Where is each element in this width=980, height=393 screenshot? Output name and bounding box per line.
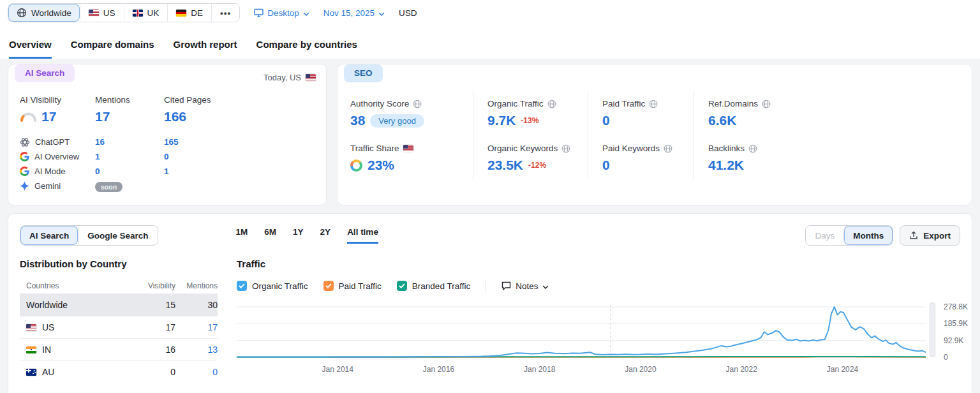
chart-scroll-handle[interactable] bbox=[930, 302, 935, 357]
date-selector[interactable]: Nov 15, 2025 bbox=[323, 8, 385, 18]
range-1m[interactable]: 1M bbox=[236, 227, 248, 244]
traffic-lines bbox=[237, 302, 926, 361]
source-ai-search[interactable]: AI Search bbox=[20, 226, 78, 245]
main-tabs: Overview Compare domains Growth report C… bbox=[0, 26, 980, 59]
x-tick-label: Jan 2016 bbox=[413, 365, 464, 374]
region-de[interactable]: DE bbox=[167, 4, 211, 22]
device-label: Desktop bbox=[267, 8, 299, 18]
tab-overview[interactable]: Overview bbox=[9, 39, 52, 59]
tab-compare-by-countries[interactable]: Compare by countries bbox=[256, 39, 357, 59]
x-tick-label: Jan 2020 bbox=[615, 365, 666, 374]
x-axis-labels: Jan 2014Jan 2016Jan 2018Jan 2020Jan 2022… bbox=[237, 365, 960, 378]
granularity-days[interactable]: Days bbox=[806, 226, 843, 245]
export-label: Export bbox=[923, 231, 951, 241]
mentions-link[interactable]: 0 bbox=[175, 367, 218, 377]
ai-visibility-value: 17 bbox=[41, 109, 56, 124]
today-label: Today, US bbox=[264, 73, 301, 82]
export-button[interactable]: Export bbox=[900, 225, 960, 246]
legend-organic-traffic[interactable]: Organic Traffic bbox=[237, 281, 308, 291]
col-countries[interactable]: Countries bbox=[20, 281, 133, 290]
gemini-icon bbox=[20, 181, 29, 191]
traffic-panel: AI Search Google Search 1M 6M 1Y 2Y All … bbox=[8, 213, 972, 393]
traffic-title: Traffic bbox=[237, 258, 960, 269]
table-row-worldwide[interactable]: Worldwide 15 30 bbox=[20, 293, 218, 316]
info-globe-icon[interactable] bbox=[547, 100, 556, 108]
checkbox-checked-icon bbox=[237, 281, 247, 291]
ai-mode-cited[interactable]: 1 bbox=[164, 167, 326, 176]
tab-growth-report[interactable]: Growth report bbox=[174, 39, 237, 59]
region-us[interactable]: US bbox=[80, 4, 124, 22]
backlinks-value[interactable]: 41.2K bbox=[708, 158, 744, 173]
tab-compare-domains[interactable]: Compare domains bbox=[71, 39, 154, 59]
region-us-label: US bbox=[103, 8, 115, 18]
row-label: AI Mode bbox=[34, 167, 65, 176]
currency-label: USD bbox=[399, 8, 417, 18]
info-globe-icon[interactable] bbox=[762, 100, 771, 108]
info-globe-icon[interactable] bbox=[649, 100, 658, 108]
openai-icon bbox=[20, 137, 30, 147]
info-globe-icon[interactable] bbox=[748, 144, 757, 153]
x-tick-label: Jan 2018 bbox=[514, 365, 565, 374]
chatgpt-cited[interactable]: 165 bbox=[164, 137, 326, 147]
visibility-value: 17 bbox=[133, 322, 175, 332]
mentions-link[interactable]: 13 bbox=[175, 345, 218, 355]
table-row-au[interactable]: AU 0 0 bbox=[20, 360, 218, 383]
legend-paid-traffic[interactable]: Paid Traffic bbox=[323, 281, 382, 291]
range-all-time[interactable]: All time bbox=[347, 227, 378, 244]
distribution-title: Distribution by Country bbox=[20, 258, 218, 269]
source-google-search[interactable]: Google Search bbox=[78, 226, 157, 245]
ref-domains-value[interactable]: 6.6K bbox=[708, 113, 736, 128]
paid-traffic-value[interactable]: 0 bbox=[602, 113, 610, 128]
date-label: Nov 15, 2025 bbox=[323, 8, 375, 18]
notes-icon bbox=[501, 281, 511, 290]
range-2y[interactable]: 2Y bbox=[320, 227, 331, 244]
chatgpt-visibility[interactable]: 16 bbox=[95, 137, 164, 147]
granularity-months[interactable]: Months bbox=[843, 226, 893, 245]
checkbox-checked-icon bbox=[397, 281, 407, 291]
device-selector[interactable]: Desktop bbox=[254, 8, 309, 18]
metric-label: Paid Traffic bbox=[602, 99, 645, 108]
info-globe-icon[interactable] bbox=[561, 144, 570, 153]
legend-label: Branded Traffic bbox=[412, 281, 470, 291]
metric-label: Authority Score bbox=[350, 99, 409, 108]
x-tick-label: Jan 2024 bbox=[817, 365, 868, 374]
region-worldwide[interactable]: Worldwide bbox=[8, 4, 80, 22]
country-name: IN bbox=[42, 345, 51, 355]
ai-overview-cited[interactable]: 0 bbox=[164, 152, 326, 161]
notes-label: Notes bbox=[516, 281, 538, 291]
us-flag-icon bbox=[89, 10, 99, 17]
col-visibility[interactable]: Visibility bbox=[133, 281, 175, 290]
metric-label: Organic Traffic bbox=[487, 99, 544, 108]
notes-dropdown[interactable]: Notes bbox=[501, 281, 549, 291]
range-6m[interactable]: 6M bbox=[264, 227, 276, 244]
ai-row-ai-mode: AI Mode 0 1 bbox=[20, 164, 326, 179]
us-flag-icon bbox=[306, 74, 316, 81]
mentions-label: Mentions bbox=[95, 95, 164, 105]
info-globe-icon[interactable] bbox=[664, 144, 672, 153]
region-uk[interactable]: UK bbox=[124, 4, 168, 22]
region-uk-label: UK bbox=[147, 8, 160, 18]
ai-row-ai-overview: AI Overview 1 0 bbox=[20, 149, 326, 164]
visibility-value: 16 bbox=[133, 345, 175, 355]
metric-organic-keywords: Organic Keywords 23.5K -12% bbox=[473, 135, 588, 179]
metric-label: Ref.Domains bbox=[708, 99, 758, 108]
legend-branded-traffic[interactable]: Branded Traffic bbox=[397, 281, 470, 291]
more-regions-button[interactable]: ••• bbox=[211, 4, 239, 22]
de-flag-icon bbox=[176, 10, 186, 17]
table-row-us[interactable]: US 17 17 bbox=[20, 316, 218, 338]
col-mentions[interactable]: Mentions bbox=[175, 281, 218, 290]
range-1y[interactable]: 1Y bbox=[293, 227, 304, 244]
ai-overview-visibility[interactable]: 1 bbox=[95, 152, 164, 161]
traffic-chart[interactable]: 278.8K185.9K92.9K0 bbox=[237, 302, 960, 361]
info-globe-icon[interactable] bbox=[413, 100, 422, 108]
table-row-in[interactable]: IN 16 13 bbox=[20, 338, 218, 360]
soon-badge: soon bbox=[95, 182, 122, 192]
organic-traffic-value[interactable]: 9.7K bbox=[487, 113, 516, 128]
ellipsis-icon: ••• bbox=[220, 8, 231, 18]
paid-keywords-value[interactable]: 0 bbox=[602, 158, 610, 173]
checkbox-checked-icon bbox=[323, 281, 334, 291]
mentions-link[interactable]: 17 bbox=[175, 322, 218, 332]
authority-score-rating-badge: Very good bbox=[370, 114, 424, 128]
organic-keywords-value[interactable]: 23.5K bbox=[487, 158, 523, 173]
ai-mode-visibility[interactable]: 0 bbox=[95, 167, 164, 176]
